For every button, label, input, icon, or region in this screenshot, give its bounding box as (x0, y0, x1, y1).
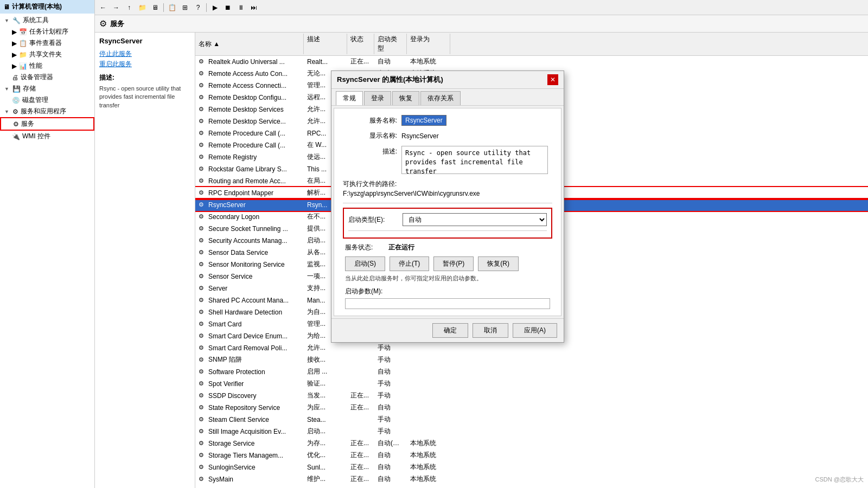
clipboard-button[interactable]: 📋 (166, 2, 178, 14)
service-desc-cell: 维护... (304, 474, 347, 484)
table-row[interactable]: ⚙SNMP 陷阱 接收... 手动 (195, 354, 868, 366)
play-button[interactable]: ▶ (209, 2, 221, 14)
back-button[interactable]: ← (97, 2, 109, 14)
table-row[interactable]: ⚙State Repository Service 为应... 正在... 自动 (195, 402, 868, 414)
chevron-down-icon: ▼ (4, 18, 9, 23)
watermark: CSDN @恋歌大大 (815, 476, 864, 484)
service-status-cell: 正在... (347, 402, 374, 413)
sidebar-item-label: WMI 控件 (22, 132, 50, 141)
sidebar-item-tasks[interactable]: ▶ 📅 任务计划程序 (0, 26, 94, 37)
modal-footer: 确定 取消 应用(A) (331, 318, 564, 342)
param-label: 启动参数(M): (345, 287, 550, 296)
table-row[interactable]: ⚙Realtek Audio Universal ... Realt... 正在… (195, 56, 868, 68)
col-header-login[interactable]: 登录为 (407, 34, 450, 54)
service-desc-cell: Stea... (304, 415, 347, 424)
ok-button[interactable]: 确定 (432, 323, 468, 338)
tab-dependencies[interactable]: 依存关系 (420, 91, 461, 105)
desc-textarea[interactable]: Rsync - open source utility that provide… (401, 146, 548, 174)
stop-button[interactable]: ⏹ (222, 2, 234, 14)
sidebar-item-performance[interactable]: ▶ 📊 性能 (0, 60, 94, 72)
table-row[interactable]: ⚙Software Protection 启用 ... 自动 (195, 366, 868, 378)
stop-service-link[interactable]: 停止此服务 (99, 49, 190, 59)
service-login-cell (407, 348, 450, 349)
table-row[interactable]: ⚙SunloginService Sunl... 正在... 自动 本地系统 (195, 461, 868, 473)
service-start-cell: 手动 (374, 378, 407, 389)
sidebar-item-svcapps[interactable]: ▼ ⚙ 服务和应用程序 (0, 106, 94, 117)
service-row-icon: ⚙ (199, 380, 207, 387)
table-row[interactable]: ⚙SysMain 维护... 正在... 自动 本地系统 (195, 473, 868, 484)
modal-body: 服务名称: RsyncServer 显示名称: RsyncServer 描述: … (334, 108, 561, 316)
sidebar-title: 计算机管理(本地) (12, 2, 62, 11)
table-row[interactable]: ⚙Smart Card Removal Poli... 允许... 手动 (195, 342, 868, 354)
service-desc-cell: 接收... (304, 355, 347, 365)
apply-button[interactable]: 应用(A) (513, 323, 557, 338)
resume-button[interactable]: 恢复(R) (478, 256, 519, 271)
restart-service-link[interactable]: 重启此服务 (99, 60, 190, 69)
service-row-icon: ⚙ (199, 273, 207, 280)
pause-button[interactable]: 暂停(P) (433, 256, 474, 271)
service-name-cell: ⚙Smart Card (195, 320, 304, 329)
service-status-cell: 正在... (347, 56, 374, 67)
folder-button[interactable]: 📁 (136, 2, 148, 14)
service-name-cell: ⚙Shared PC Account Mana... (195, 296, 304, 305)
service-desc-cell: Realt... (304, 57, 347, 66)
cancel-button[interactable]: 取消 (473, 323, 508, 338)
grid-button[interactable]: ⊞ (179, 2, 191, 14)
service-start-cell: 自动(延迟... (374, 438, 407, 448)
service-start-cell: 自动 (374, 56, 407, 67)
service-name-cell: ⚙RsyncServer (195, 201, 304, 209)
service-name-cell: ⚙Remote Access Auto Con... (195, 69, 304, 78)
toolbar: ← → ↑ 📁 🖥 📋 ⊞ ? ▶ ⏹ ⏸ ⏭ (95, 0, 868, 15)
service-start-cell: 手动 (374, 414, 407, 425)
tab-recovery[interactable]: 恢复 (392, 91, 419, 105)
pause-button[interactable]: ⏸ (235, 2, 247, 14)
start-button[interactable]: 启动(S) (345, 256, 385, 271)
service-login-cell: 本地系统 (407, 474, 450, 484)
sidebar-item-shared[interactable]: ▶ 📁 共享文件夹 (0, 49, 94, 60)
service-name-cell: ⚙Smart Card Removal Poli... (195, 344, 304, 352)
sidebar-item-devmgr[interactable]: 🖨 设备管理器 (0, 72, 94, 83)
col-header-start[interactable]: 启动类型 (374, 34, 407, 54)
table-row[interactable]: ⚙Steam Client Service Stea... 手动 (195, 414, 868, 426)
computer-button[interactable]: 🖥 (149, 2, 161, 14)
table-row[interactable]: ⚙Spot Verifier 验证... 手动 (195, 378, 868, 390)
service-start-cell: 手动 (374, 390, 407, 401)
forward-button[interactable]: → (110, 2, 122, 14)
service-login-cell (407, 371, 450, 373)
col-header-name[interactable]: 名称 ▲ (195, 34, 304, 54)
sidebar-item-diskmgr[interactable]: 💿 磁盘管理 (0, 94, 94, 106)
service-desc-cell: 当发... (304, 390, 347, 401)
service-name-value: RsyncServer (401, 115, 446, 126)
table-row[interactable]: ⚙Storage Tiers Managem... 优化... 正在... 自动… (195, 450, 868, 461)
startup-type-select[interactable]: 自动 自动(延迟启动) 手动 禁用 (403, 213, 547, 226)
sidebar-section: ▼ 🔧 系统工具 ▶ 📅 任务计划程序 ▶ 📋 事件查看器 ▶ 📁 共享文件夹 … (0, 14, 94, 143)
service-desc-cell: Sunl... (304, 463, 347, 472)
col-header-desc[interactable]: 描述 (304, 34, 347, 54)
help-button[interactable]: ? (192, 2, 204, 14)
tab-login[interactable]: 登录 (364, 91, 391, 105)
stop-button[interactable]: 停止(T) (390, 256, 429, 271)
service-row-icon: ⚙ (199, 165, 207, 172)
separator (163, 3, 164, 12)
table-row[interactable]: ⚙Storage Service 为存... 正在... 自动(延迟... 本地… (195, 438, 868, 450)
service-status-cell: 正在... (347, 474, 374, 484)
sidebar-item-wmi[interactable]: 🔌 WMI 控件 (0, 131, 94, 142)
disk-icon: 💿 (12, 97, 20, 104)
status-row: 服务状态: 正在运行 (345, 243, 550, 252)
param-input[interactable] (345, 298, 550, 309)
sidebar-item-label: 系统工具 (23, 16, 49, 25)
sidebar-item-services[interactable]: ⚙ 服务 (0, 117, 94, 131)
col-header-status[interactable]: 状态 (347, 34, 374, 54)
table-row[interactable]: ⚙Still Image Acquisition Ev... 启动... 手动 (195, 426, 868, 438)
table-row[interactable]: ⚙SSDP Discovery 当发... 正在... 手动 (195, 390, 868, 402)
sidebar-item-system-tools[interactable]: ▼ 🔧 系统工具 (0, 15, 94, 26)
service-status-cell: 正在... (347, 438, 374, 448)
up-button[interactable]: ↑ (123, 2, 135, 14)
sidebar-item-events[interactable]: ▶ 📋 事件查看器 (0, 37, 94, 49)
service-row-icon: ⚙ (199, 189, 207, 196)
modal-close-button[interactable]: ✕ (547, 74, 558, 85)
sidebar-item-storage[interactable]: ▼ 💾 存储 (0, 83, 94, 94)
next-button[interactable]: ⏭ (248, 2, 260, 14)
service-name-cell: ⚙Secondary Logon (195, 213, 304, 221)
tab-general[interactable]: 常规 (336, 91, 363, 105)
